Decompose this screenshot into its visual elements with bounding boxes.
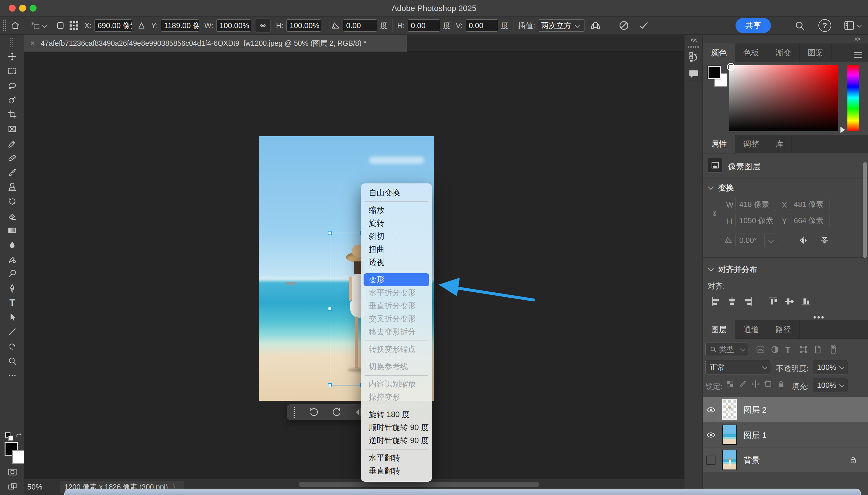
layer-name[interactable]: 背景 — [744, 455, 760, 466]
crop-tool[interactable] — [7, 109, 17, 119]
transform-section-chevron-icon[interactable] — [708, 184, 714, 190]
layer-thumbnail[interactable] — [722, 399, 737, 420]
options-bar-grip[interactable] — [2, 19, 6, 32]
tab-adjustments[interactable]: 调整 — [735, 135, 767, 153]
quick-mask-mode-icon[interactable] — [7, 467, 17, 477]
hue-strip[interactable] — [847, 65, 859, 131]
background-lock-icon[interactable] — [849, 456, 857, 464]
filter-shape-layers-icon[interactable] — [799, 345, 808, 354]
lasso-tool[interactable] — [7, 81, 17, 90]
transform-tool-icon[interactable] — [30, 20, 40, 31]
menu-item-warp[interactable]: 变形 — [363, 273, 429, 286]
height-scale-field[interactable]: 100.00% — [286, 19, 321, 32]
workspace-switcher-icon[interactable] — [844, 20, 855, 31]
menu-item-rotate-90-ccw[interactable]: 逆时针旋转 90 度 — [361, 434, 432, 447]
home-icon[interactable] — [11, 21, 20, 31]
screen-mode-icon[interactable] — [7, 482, 17, 492]
panel-foreground-color-swatch[interactable] — [708, 66, 721, 79]
lock-artboard-icon[interactable] — [764, 380, 772, 388]
layer-filter-type-select[interactable]: 类型 — [705, 343, 749, 356]
menu-item-flip-horizontal[interactable]: 水平翻转 — [361, 451, 432, 464]
share-button[interactable]: 共享 — [735, 18, 771, 33]
history-panel-icon[interactable] — [688, 51, 700, 63]
zoom-tool[interactable] — [7, 356, 17, 366]
blend-mode-select[interactable]: 正常 — [705, 360, 771, 374]
vertical-skew-field[interactable]: 0.00 — [465, 19, 498, 32]
visibility-cell[interactable] — [703, 447, 719, 473]
opacity-select[interactable]: 100% — [813, 360, 848, 374]
fill-select[interactable]: 100% — [813, 378, 848, 392]
tab-color[interactable]: 颜色 — [703, 44, 735, 62]
tab-gradients[interactable]: 渐变 — [767, 44, 800, 62]
edit-toolbar-dots-icon[interactable] — [7, 370, 17, 380]
tab-swatches[interactable]: 色板 — [735, 44, 767, 62]
rotate-counterclockwise-icon[interactable] — [308, 407, 319, 417]
rotation-angle-field[interactable]: 0.00 — [343, 19, 377, 32]
layer-name[interactable]: 图层 1 — [744, 430, 767, 441]
relative-position-delta-icon[interactable] — [137, 21, 146, 30]
menu-item-free-transform[interactable]: 自由变换 — [361, 186, 432, 199]
blur-tool[interactable] — [7, 240, 17, 250]
commit-transform-icon[interactable] — [638, 20, 649, 31]
lock-pixels-icon[interactable] — [738, 380, 747, 388]
filter-adjustment-layers-icon[interactable] — [770, 345, 780, 354]
align-horizontal-centers-icon[interactable] — [727, 296, 737, 307]
type-tool[interactable]: T — [7, 298, 17, 308]
history-brush-tool[interactable] — [7, 197, 17, 206]
align-top-edges-icon[interactable] — [768, 296, 779, 307]
reference-point-grid-icon[interactable] — [69, 20, 79, 31]
tool-preset-chevron-icon[interactable] — [42, 22, 47, 28]
brush-tool[interactable] — [7, 168, 17, 177]
tab-patterns[interactable]: 图案 — [800, 44, 832, 62]
flip-horizontal-button[interactable] — [799, 235, 809, 245]
horizontal-skew-field[interactable]: 0.00 — [408, 19, 440, 32]
rectangular-marquee-tool[interactable] — [7, 66, 17, 76]
hidden-layer-checkbox[interactable] — [706, 456, 715, 465]
line-shape-tool[interactable] — [7, 327, 17, 337]
search-icon[interactable] — [794, 20, 805, 31]
align-vertical-centers-icon[interactable] — [784, 296, 795, 307]
frame-tool[interactable] — [7, 124, 17, 134]
clone-stamp-tool[interactable] — [7, 182, 17, 192]
menu-item-distort[interactable]: 扭曲 — [361, 243, 432, 256]
align-right-edges-icon[interactable] — [743, 296, 753, 307]
tab-channels[interactable]: 通道 — [735, 320, 767, 339]
rotate-clockwise-icon[interactable] — [331, 407, 342, 417]
color-picker-ring[interactable] — [727, 63, 735, 71]
collapse-panels-control[interactable]: >> — [853, 35, 860, 43]
help-icon[interactable]: ? — [818, 19, 831, 32]
gradient-tool[interactable] — [7, 225, 17, 235]
swap-colors-icon[interactable] — [15, 431, 23, 440]
transform-handle-top-left[interactable] — [328, 231, 332, 235]
lock-all-icon[interactable] — [777, 380, 785, 388]
workspace-chevron-icon[interactable] — [856, 22, 862, 28]
layer-thumbnail[interactable] — [722, 450, 737, 470]
path-selection-tool[interactable] — [7, 312, 17, 322]
layer-row-2[interactable]: 图层 2 — [703, 397, 868, 422]
properties-scrollbar[interactable] — [863, 162, 867, 258]
rotate-view-tool[interactable] — [7, 341, 17, 351]
macos-dock-edge[interactable] — [64, 489, 861, 495]
align-left-edges-icon[interactable] — [711, 296, 721, 307]
hue-slider-thumb[interactable] — [840, 127, 845, 133]
warp-mode-icon[interactable] — [590, 20, 601, 31]
eyedropper-tool[interactable] — [7, 138, 17, 148]
strip-grip[interactable] — [688, 46, 700, 48]
cancel-transform-icon[interactable] — [618, 20, 629, 31]
document-tab[interactable]: × 47afefb71236caf83490a26f49e8e990385856… — [24, 35, 407, 52]
flip-vertical-button[interactable] — [820, 235, 830, 245]
menu-item-rotate-90-cw[interactable]: 顺时针旋转 90 度 — [361, 421, 432, 434]
filter-type-layers-icon[interactable]: T — [785, 345, 790, 355]
task-bar-grip[interactable] — [293, 406, 296, 418]
toggle-reference-point-checkbox[interactable] — [56, 21, 65, 30]
smudge-tool[interactable] — [7, 254, 17, 264]
expand-panels-control[interactable]: << — [684, 36, 702, 44]
healing-brush-tool[interactable] — [7, 153, 17, 163]
layer-thumbnail[interactable] — [722, 425, 737, 445]
filter-smart-objects-icon[interactable] — [813, 345, 822, 354]
menu-item-rotate-180[interactable]: 旋转 180 度 — [361, 408, 432, 421]
menu-item-perspective[interactable]: 透视 — [361, 256, 432, 269]
width-scale-field[interactable]: 100.00% — [216, 19, 251, 32]
zoom-level[interactable]: 50% — [27, 482, 42, 492]
tab-properties[interactable]: 属性 — [703, 135, 735, 153]
